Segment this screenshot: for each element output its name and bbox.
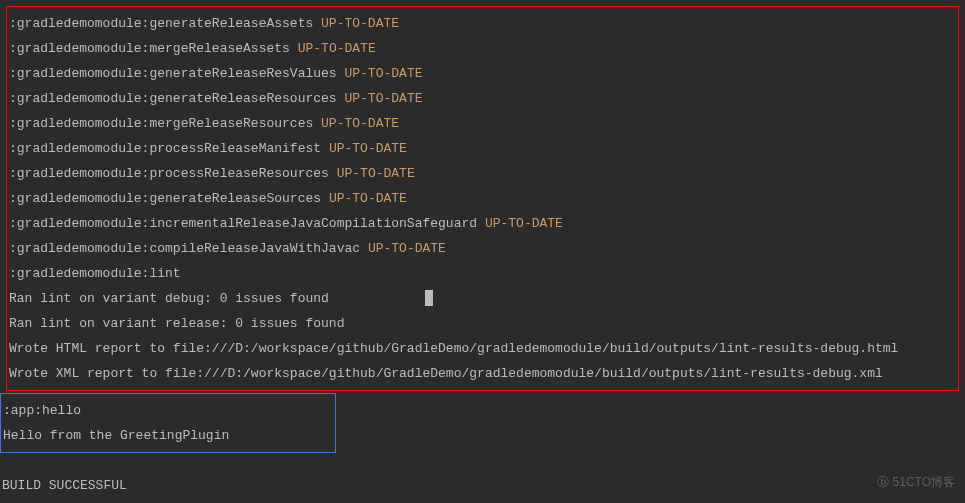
task-line: :gradledemomodule:incrementalReleaseJava…	[7, 211, 958, 236]
task-name: :gradledemomodule:processReleaseManifest	[9, 141, 321, 156]
task-name: :gradledemomodule:processReleaseResource…	[9, 166, 329, 181]
build-console: :gradledemomodule:generateReleaseAssets …	[0, 6, 965, 498]
task-line: :app:hello	[1, 398, 335, 423]
task-line: :gradledemomodule:mergeReleaseAssets UP-…	[7, 36, 958, 61]
task-status: UP-TO-DATE	[329, 191, 407, 206]
task-line: :gradledemomodule:processReleaseResource…	[7, 161, 958, 186]
blog-icon: ⓑ	[877, 475, 889, 489]
task-line: :gradledemomodule:generateReleaseResourc…	[7, 86, 958, 111]
lint-report-line: Wrote XML report to file:///D:/workspace…	[7, 361, 958, 386]
watermark: ⓑ 51CTO博客	[877, 470, 955, 495]
task-status: UP-TO-DATE	[485, 216, 563, 231]
task-name: :gradledemomodule:generateReleaseResourc…	[9, 91, 337, 106]
plugin-output-block: :app:hello Hello from the GreetingPlugin	[0, 393, 336, 453]
task-status: UP-TO-DATE	[344, 91, 422, 106]
task-name: :gradledemomodule:compileReleaseJavaWith…	[9, 241, 360, 256]
task-line: :gradledemomodule:generateReleaseAssets …	[7, 11, 958, 36]
task-name: :gradledemomodule:incrementalReleaseJava…	[9, 216, 477, 231]
task-line: :gradledemomodule:generateReleaseSources…	[7, 186, 958, 211]
task-status: UP-TO-DATE	[368, 241, 446, 256]
task-name: :gradledemomodule:lint	[9, 266, 181, 281]
plugin-greeting-line: Hello from the GreetingPlugin	[1, 423, 335, 448]
task-name: :gradledemomodule:mergeReleaseAssets	[9, 41, 290, 56]
task-status: UP-TO-DATE	[344, 66, 422, 81]
task-status: UP-TO-DATE	[329, 141, 407, 156]
text-cursor	[425, 290, 433, 306]
task-line: :gradledemomodule:lint	[7, 261, 958, 286]
task-status: UP-TO-DATE	[337, 166, 415, 181]
task-status: UP-TO-DATE	[298, 41, 376, 56]
task-line: :gradledemomodule:generateReleaseResValu…	[7, 61, 958, 86]
task-status: UP-TO-DATE	[321, 116, 399, 131]
task-name: :gradledemomodule:generateReleaseResValu…	[9, 66, 337, 81]
task-line: :gradledemomodule:compileReleaseJavaWith…	[7, 236, 958, 261]
watermark-text: 51CTO博客	[893, 475, 955, 489]
task-status: UP-TO-DATE	[321, 16, 399, 31]
lint-report-line: Wrote HTML report to file:///D:/workspac…	[7, 336, 958, 361]
task-name: :gradledemomodule:generateReleaseAssets	[9, 16, 313, 31]
task-name: :gradledemomodule:mergeReleaseResources	[9, 116, 313, 131]
lint-result-line: Ran lint on variant debug: 0 issues foun…	[7, 286, 958, 311]
build-successful: BUILD SUCCESSFUL	[0, 473, 965, 498]
task-line: :gradledemomodule:processReleaseManifest…	[7, 136, 958, 161]
task-name: :gradledemomodule:generateReleaseSources	[9, 191, 321, 206]
lint-output-block: :gradledemomodule:generateReleaseAssets …	[6, 6, 959, 391]
lint-result-line: Ran lint on variant release: 0 issues fo…	[7, 311, 958, 336]
task-line: :gradledemomodule:mergeReleaseResources …	[7, 111, 958, 136]
